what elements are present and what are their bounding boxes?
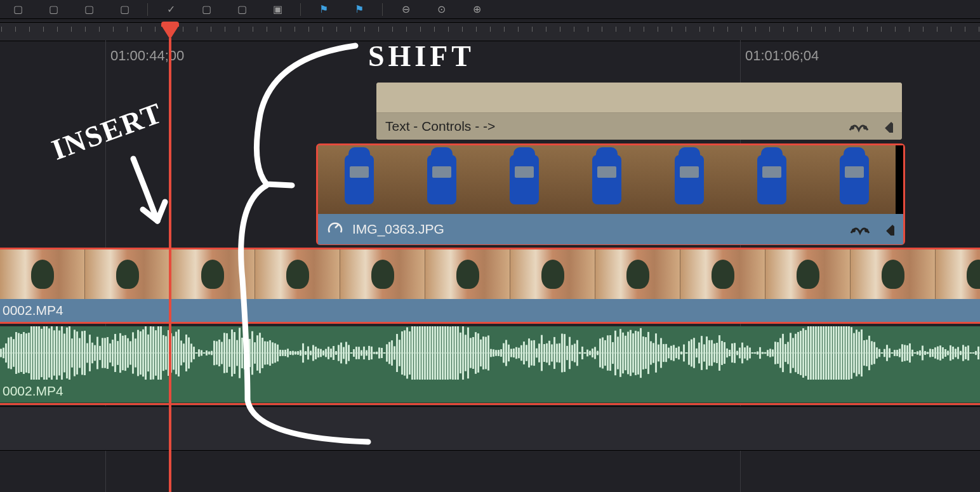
toolbar-icon[interactable]: ▢ bbox=[41, 1, 66, 18]
svg-rect-377 bbox=[937, 347, 939, 360]
audio-clip-filename: 0002.MP4 bbox=[3, 383, 63, 399]
toolbar-icon[interactable]: ▢ bbox=[194, 1, 219, 18]
svg-rect-25 bbox=[43, 326, 45, 380]
svg-rect-78 bbox=[178, 329, 180, 376]
svg-rect-154 bbox=[371, 347, 373, 359]
svg-rect-378 bbox=[939, 345, 941, 361]
svg-rect-156 bbox=[376, 352, 378, 354]
image-thumb bbox=[318, 145, 401, 214]
svg-rect-368 bbox=[914, 352, 916, 354]
svg-rect-15 bbox=[18, 333, 20, 373]
toolbar-icon[interactable]: ▢ bbox=[112, 1, 137, 18]
svg-rect-227 bbox=[556, 343, 558, 362]
svg-rect-85 bbox=[195, 352, 197, 354]
svg-rect-340 bbox=[843, 326, 845, 380]
svg-rect-222 bbox=[543, 344, 545, 362]
svg-rect-387 bbox=[962, 345, 964, 361]
marker-icon[interactable]: ⚑ bbox=[347, 1, 372, 18]
svg-rect-204 bbox=[498, 350, 500, 356]
zoom-out-icon[interactable]: ⊖ bbox=[393, 1, 418, 18]
svg-rect-212 bbox=[518, 348, 520, 359]
svg-rect-186 bbox=[452, 326, 454, 380]
video-thumb bbox=[85, 249, 170, 299]
toolbar: ▢ ▢ ▢ ▢ ✓ ▢ ▢ ▣ ⚑ ⚑ ⊖ ⊙ ⊕ bbox=[0, 0, 980, 19]
svg-rect-191 bbox=[465, 335, 467, 371]
playhead-line[interactable] bbox=[169, 38, 171, 492]
keyframe-icon[interactable] bbox=[882, 223, 894, 236]
svg-rect-200 bbox=[487, 335, 489, 370]
svg-rect-151 bbox=[363, 347, 365, 359]
svg-rect-145 bbox=[348, 345, 350, 361]
playhead[interactable] bbox=[161, 25, 179, 39]
toolbar-icon[interactable]: ▣ bbox=[265, 1, 290, 18]
svg-rect-28 bbox=[51, 326, 53, 380]
timeline-ruler[interactable] bbox=[0, 22, 980, 41]
marker-icon[interactable]: ⚑ bbox=[311, 1, 336, 18]
svg-rect-388 bbox=[965, 347, 967, 359]
svg-rect-205 bbox=[500, 349, 502, 357]
svg-rect-118 bbox=[279, 350, 281, 356]
image-clip[interactable]: IMG_0363.JPG bbox=[316, 143, 905, 245]
svg-rect-112 bbox=[264, 342, 266, 365]
svg-rect-288 bbox=[711, 340, 713, 366]
svg-rect-124 bbox=[295, 351, 296, 354]
svg-rect-299 bbox=[739, 348, 741, 359]
svg-rect-208 bbox=[508, 345, 510, 361]
svg-rect-272 bbox=[670, 346, 672, 361]
svg-point-4 bbox=[852, 229, 856, 232]
svg-rect-59 bbox=[129, 341, 131, 364]
svg-rect-293 bbox=[724, 342, 725, 364]
image-clip-label-bar: IMG_0363.JPG bbox=[318, 214, 903, 244]
video-track[interactable]: 0002.MP4 bbox=[0, 248, 980, 324]
svg-rect-122 bbox=[289, 351, 291, 355]
svg-rect-289 bbox=[713, 343, 715, 362]
video-thumb bbox=[340, 249, 425, 299]
svg-rect-84 bbox=[193, 347, 195, 359]
svg-rect-277 bbox=[683, 345, 685, 362]
svg-rect-393 bbox=[977, 347, 979, 359]
svg-rect-192 bbox=[467, 328, 469, 379]
svg-rect-269 bbox=[663, 344, 665, 362]
zoom-in-icon[interactable]: ⊕ bbox=[464, 1, 489, 18]
video-thumb bbox=[510, 249, 595, 299]
svg-rect-263 bbox=[647, 332, 649, 374]
zoom-fit-icon[interactable]: ⊙ bbox=[428, 1, 454, 18]
svg-rect-143 bbox=[343, 347, 345, 359]
keyframe-icon[interactable] bbox=[880, 120, 893, 133]
empty-track[interactable] bbox=[0, 406, 980, 451]
svg-rect-33 bbox=[63, 333, 65, 372]
svg-rect-71 bbox=[160, 326, 162, 380]
svg-rect-381 bbox=[947, 350, 949, 355]
svg-rect-44 bbox=[91, 343, 93, 364]
toolbar-icon[interactable]: ▢ bbox=[229, 1, 255, 18]
svg-rect-290 bbox=[716, 343, 718, 363]
title-clip[interactable]: Text - Controls - -> bbox=[376, 83, 902, 140]
svg-rect-360 bbox=[894, 350, 896, 356]
svg-rect-369 bbox=[917, 351, 918, 354]
svg-rect-300 bbox=[741, 343, 743, 364]
toolbar-icon[interactable]: ✓ bbox=[158, 1, 183, 18]
svg-rect-100 bbox=[234, 332, 235, 374]
curve-icon[interactable] bbox=[849, 120, 869, 133]
svg-rect-196 bbox=[477, 333, 479, 373]
svg-rect-279 bbox=[688, 341, 690, 364]
svg-rect-120 bbox=[284, 350, 286, 356]
svg-rect-173 bbox=[419, 326, 421, 380]
toolbar-icon[interactable]: ▢ bbox=[76, 1, 102, 18]
svg-rect-374 bbox=[929, 349, 931, 357]
svg-rect-179 bbox=[434, 326, 436, 380]
svg-rect-308 bbox=[762, 352, 764, 354]
retime-icon[interactable] bbox=[327, 220, 343, 239]
svg-rect-18 bbox=[25, 333, 27, 373]
curve-icon[interactable] bbox=[850, 223, 870, 236]
svg-rect-355 bbox=[881, 352, 883, 354]
svg-rect-292 bbox=[721, 341, 723, 365]
svg-point-1 bbox=[863, 126, 867, 130]
svg-rect-202 bbox=[493, 349, 494, 356]
title-clip-name: Text - Controls - -> bbox=[385, 119, 495, 134]
svg-rect-345 bbox=[856, 329, 858, 376]
toolbar-icon[interactable]: ▢ bbox=[5, 1, 30, 18]
audio-track[interactable]: 0002.MP4 bbox=[0, 326, 980, 405]
svg-rect-174 bbox=[421, 326, 423, 380]
svg-rect-189 bbox=[460, 333, 461, 373]
